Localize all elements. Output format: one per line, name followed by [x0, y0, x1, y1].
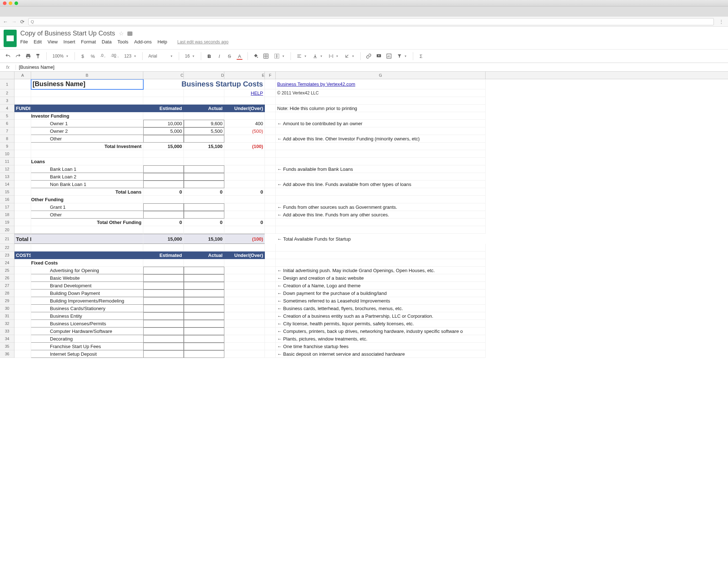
cell[interactable]	[184, 350, 224, 358]
forward-icon[interactable]: →	[12, 19, 17, 25]
row-header[interactable]: 3	[0, 97, 14, 105]
cell[interactable]: Decorating	[31, 335, 143, 343]
cell[interactable]	[184, 297, 224, 305]
cell[interactable]	[265, 226, 276, 234]
cell[interactable]: 0	[184, 188, 224, 196]
cell[interactable]	[14, 165, 31, 173]
cell[interactable]	[265, 259, 276, 267]
cell[interactable]	[143, 282, 184, 289]
row-header[interactable]: 9	[0, 143, 14, 150]
cell[interactable]	[31, 226, 143, 234]
cell[interactable]: FUNDING	[14, 105, 31, 112]
cell[interactable]	[265, 105, 276, 112]
cell[interactable]: Total Other Funding	[31, 219, 143, 226]
cell[interactable]	[143, 343, 184, 350]
row-header[interactable]: 24	[0, 259, 14, 267]
templates-link[interactable]: Business Templates by Vertex42.com	[277, 81, 355, 87]
col-header-a[interactable]: A	[14, 72, 31, 79]
formula-input[interactable]: [Business Name]	[16, 64, 728, 70]
col-header-f[interactable]: F	[265, 72, 276, 79]
cell[interactable]: Basic Website	[31, 274, 143, 282]
cell[interactable]	[265, 219, 276, 226]
cell[interactable]: Under/(Over)	[224, 251, 265, 259]
cell[interactable]	[265, 343, 276, 350]
cell[interactable]	[276, 188, 486, 196]
minimize-window-icon[interactable]	[9, 1, 12, 5]
cell[interactable]	[265, 244, 276, 251]
cell[interactable]: ← City license, health permits, liquor p…	[276, 320, 486, 327]
cell[interactable]: Bank Loan 2	[31, 173, 143, 181]
cell[interactable]	[14, 259, 31, 267]
row-header[interactable]: 28	[0, 289, 14, 297]
cell[interactable]: Bank Loan 1	[31, 165, 143, 173]
cell[interactable]: Owner 2	[31, 127, 143, 135]
undo-button[interactable]	[4, 52, 12, 60]
last-edit-link[interactable]: Last edit was seconds ago	[177, 39, 228, 45]
cell[interactable]: Actual	[184, 105, 224, 112]
cell[interactable]	[143, 196, 184, 203]
doc-title[interactable]: Copy of Business Start Up Costs	[20, 30, 115, 37]
cell[interactable]	[143, 165, 184, 173]
cell[interactable]	[265, 335, 276, 343]
cell[interactable]	[224, 343, 265, 350]
cell[interactable]	[31, 89, 143, 97]
cell[interactable]	[276, 244, 486, 251]
cell[interactable]: 5,500	[184, 127, 224, 135]
row-header[interactable]: 36	[0, 350, 14, 358]
format-percent-button[interactable]: %	[89, 52, 97, 60]
cell[interactable]	[265, 203, 276, 211]
help-link[interactable]: HELP	[251, 90, 263, 96]
menu-view[interactable]: View	[47, 39, 58, 45]
cell[interactable]	[265, 143, 276, 150]
row-header[interactable]: 14	[0, 181, 14, 188]
functions-button[interactable]: Σ	[417, 52, 426, 60]
cell[interactable]	[14, 274, 31, 282]
select-all-cell[interactable]	[0, 72, 14, 79]
cell[interactable]	[224, 335, 265, 343]
cell[interactable]	[224, 181, 265, 188]
row-header[interactable]: 29	[0, 297, 14, 305]
print-button[interactable]	[24, 52, 33, 60]
cell[interactable]	[224, 97, 265, 105]
cell[interactable]	[14, 143, 31, 150]
bold-button[interactable]: B	[205, 52, 213, 60]
row-header[interactable]: 31	[0, 312, 14, 320]
cell[interactable]	[143, 226, 184, 234]
cell[interactable]: Non Bank Loan 1	[31, 181, 143, 188]
cell[interactable]	[14, 173, 31, 181]
sheets-logo-icon[interactable]	[4, 30, 17, 47]
strikethrough-button[interactable]: S	[225, 52, 234, 60]
cell[interactable]	[276, 219, 486, 226]
cell[interactable]: 9,600	[184, 120, 224, 127]
cell[interactable]: 400	[224, 120, 265, 127]
cell[interactable]: Grant 1	[31, 203, 143, 211]
cell[interactable]: ← Computers, printers, back up drives, n…	[276, 327, 486, 335]
cell[interactable]: Business Entity	[31, 312, 143, 320]
cell[interactable]: ← Initial advertising push. May include …	[276, 267, 486, 274]
row-header[interactable]: 18	[0, 211, 14, 219]
maximize-window-icon[interactable]	[14, 1, 18, 5]
cell[interactable]	[224, 173, 265, 181]
cell[interactable]: 10,000	[143, 120, 184, 127]
cell[interactable]: ← Creation of a Name, Logo and theme	[276, 282, 486, 289]
cell[interactable]: 5,000	[143, 127, 184, 135]
menu-tools[interactable]: Tools	[117, 39, 128, 45]
cell[interactable]	[224, 158, 265, 165]
cell[interactable]	[276, 259, 486, 267]
cell[interactable]	[224, 112, 265, 120]
cell[interactable]	[184, 97, 224, 105]
cell[interactable]	[14, 305, 31, 312]
cell[interactable]: 0	[143, 219, 184, 226]
cell[interactable]	[184, 203, 224, 211]
cell[interactable]	[14, 181, 31, 188]
cell[interactable]	[143, 312, 184, 320]
cell[interactable]	[14, 327, 31, 335]
cell[interactable]	[265, 274, 276, 282]
cell[interactable]: ← Basic deposit on internet service and …	[276, 350, 486, 358]
cell[interactable]	[276, 251, 486, 259]
cell[interactable]	[184, 312, 224, 320]
cell[interactable]	[265, 282, 276, 289]
cell[interactable]	[14, 312, 31, 320]
cell[interactable]	[14, 79, 31, 89]
font-size-select[interactable]: 16▼	[183, 54, 197, 59]
